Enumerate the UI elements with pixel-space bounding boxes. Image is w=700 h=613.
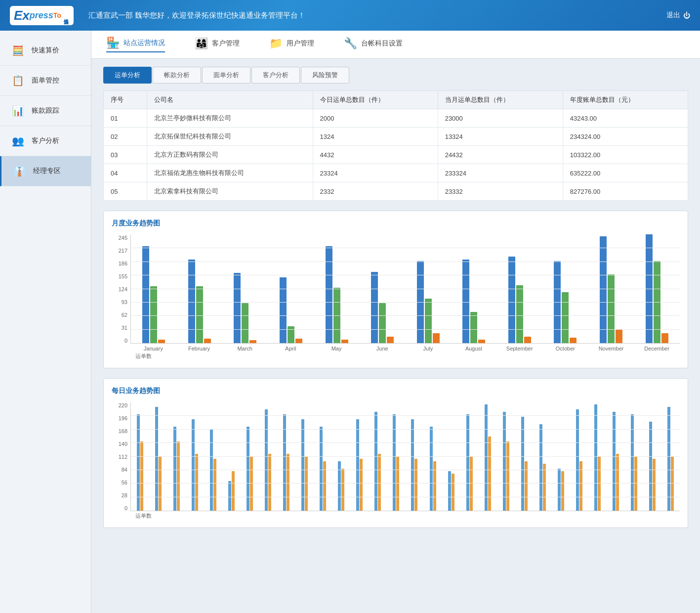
bar-orange <box>387 337 394 343</box>
daily-bars-row <box>131 402 680 511</box>
cell-company: 北京福佑龙惠生物科技有限公司 <box>147 164 313 182</box>
tab-waybill-analysis[interactable]: 运单分析 <box>103 67 152 84</box>
y-label: 56 <box>122 480 127 485</box>
manager-icon: 👔 <box>11 163 27 179</box>
nav-user-mgmt[interactable]: 📁 用户管理 <box>269 37 314 52</box>
daily-bar-blue <box>320 427 323 511</box>
grid-line <box>131 275 680 275</box>
bar-orange <box>249 340 256 343</box>
monthly-y-axis-label-row: 运单数 <box>112 351 680 360</box>
grid-line <box>131 289 680 289</box>
cell-company: 北京索拿科技有限公司 <box>147 182 313 201</box>
col-header-no: 序号 <box>104 91 147 109</box>
x-label: August <box>451 346 497 351</box>
bar-blue <box>600 236 607 343</box>
bar-orange <box>204 339 211 343</box>
x-label: October <box>542 346 588 351</box>
daily-bar-orange <box>213 459 216 511</box>
bar-orange <box>616 330 622 343</box>
nav-customer-mgmt[interactable]: 👨‍👩‍👧 客户管理 <box>195 37 240 52</box>
cell-year: 103322.00 <box>563 146 688 164</box>
daily-bar-orange <box>653 459 656 511</box>
daily-bar-orange <box>140 441 143 511</box>
daily-bar-orange <box>506 441 509 511</box>
cell-no: 03 <box>104 146 147 164</box>
grid-line <box>131 315 680 316</box>
daily-bar-group <box>479 402 497 511</box>
logout-button[interactable]: 退出 ⏻ <box>666 11 690 20</box>
sidebar-item-waybill-control[interactable]: 📋 面单管控 <box>0 66 91 96</box>
bar-group <box>177 235 223 343</box>
bar-orange <box>661 333 668 343</box>
daily-bar-blue <box>247 427 249 511</box>
daily-chart-grid <box>130 402 680 511</box>
daily-bar-orange <box>452 474 454 511</box>
nav-account-settings[interactable]: 🔧 台帐科目设置 <box>344 37 403 52</box>
y-label: 93 <box>122 299 127 305</box>
cell-month: 23332 <box>438 182 563 201</box>
sidebar-item-label: 账款跟踪 <box>32 106 59 115</box>
y-label: 84 <box>122 467 127 473</box>
y-label: 155 <box>119 273 127 279</box>
bar-group <box>588 235 634 343</box>
sidebar-item-quick-price[interactable]: 🧮 快速算价 <box>0 36 91 66</box>
daily-bar-group <box>350 402 369 511</box>
y-label: 0 <box>124 505 127 511</box>
logo: Ex press To 快递通 <box>10 6 74 25</box>
bar-group <box>497 235 543 343</box>
y-label: 112 <box>119 454 127 460</box>
x-label: November <box>588 346 634 351</box>
data-table: 序号 公司名 今日运单总数目（件） 当月运单总数目（件） 年度账单总数目（元） … <box>103 90 688 201</box>
sidebar-item-account-track[interactable]: 📊 账款跟踪 <box>0 96 91 126</box>
daily-bar-blue <box>576 409 579 511</box>
bar-blue <box>280 277 287 343</box>
bar-green <box>470 312 477 343</box>
daily-bar-group <box>625 402 643 511</box>
daily-y-axis: 0285684112140168196220 <box>112 402 130 511</box>
y-label: 140 <box>119 441 127 447</box>
daily-bar-orange <box>323 461 326 511</box>
x-label: July <box>405 346 451 351</box>
cell-no: 01 <box>104 109 147 128</box>
y-label: 220 <box>119 402 127 408</box>
sidebar-item-customer-analysis[interactable]: 👥 客户分析 <box>0 126 91 156</box>
daily-bar-group <box>204 402 222 511</box>
power-icon: ⏻ <box>683 11 690 19</box>
sidebar-item-manager-zone[interactable]: 👔 经理专区 <box>0 156 91 186</box>
daily-bar-orange <box>232 471 235 511</box>
cell-year: 635222.00 <box>563 164 688 182</box>
daily-bar-group <box>259 402 277 511</box>
tab-customer-analysis[interactable]: 客户分析 <box>251 67 300 84</box>
cell-today: 2000 <box>313 109 438 128</box>
daily-chart-section: 每日业务趋势图 0285684112140168196220 <box>103 378 688 528</box>
sidebar-item-label: 快速算价 <box>32 46 59 55</box>
daily-bar-blue <box>228 481 231 511</box>
daily-bar-group <box>515 402 534 511</box>
layout: 🧮 快速算价 📋 面单管控 📊 账款跟踪 👥 客户分析 👔 经理专区 🏪 站点运… <box>0 31 700 613</box>
daily-bar-chart: 0285684112140168196220 <box>112 402 680 520</box>
table-row: 03 北京方正数码有限公司 4432 24432 103322.00 <box>104 146 688 164</box>
daily-bar-orange <box>543 464 546 511</box>
table-row: 05 北京索拿科技有限公司 2332 23332 827276.00 <box>104 182 688 201</box>
bar-orange <box>295 339 302 343</box>
daily-bar-group <box>186 402 204 511</box>
daily-bar-group <box>295 402 314 511</box>
header: Ex press To 快递通 汇通宣武一部 魏华您好，欢迎登录拓保世纪快递通业… <box>0 0 700 31</box>
col-header-today: 今日运单总数目（件） <box>313 91 438 109</box>
daily-bar-group <box>570 402 588 511</box>
daily-bar-blue <box>448 471 451 511</box>
x-label: June <box>359 346 405 351</box>
tab-bill-analysis[interactable]: 面单分析 <box>202 67 250 84</box>
tab-account-analysis[interactable]: 帐款分析 <box>153 67 201 84</box>
daily-bar-orange <box>195 454 198 511</box>
tab-risk-warning[interactable]: 风险预警 <box>301 67 349 84</box>
nav-station-ops[interactable]: 🏪 站点运营情况 <box>106 37 165 52</box>
bar-group <box>131 235 177 343</box>
daily-y-axis-label: 运单数 <box>133 512 152 520</box>
x-label: February <box>176 346 222 351</box>
y-label: 124 <box>119 286 127 292</box>
y-label: 0 <box>124 338 127 344</box>
monthly-y-axis-label: 运单数 <box>133 352 152 360</box>
cell-year: 234324.00 <box>563 128 688 146</box>
sidebar-item-label: 经理专区 <box>33 167 61 175</box>
